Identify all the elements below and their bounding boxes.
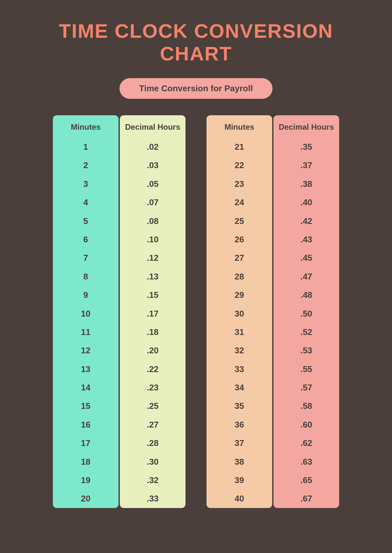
table-row: .23	[120, 378, 185, 397]
table-row: .60	[273, 415, 339, 434]
table-row: .17	[120, 304, 185, 323]
table-row: .40	[273, 193, 339, 211]
table-row: 33	[207, 360, 272, 378]
table-row: .45	[273, 249, 339, 267]
table-container: Minutes 1234567891011121314151617181920 …	[26, 115, 366, 508]
table-row: 15	[53, 397, 119, 415]
table-row: .65	[273, 471, 339, 489]
table-row: .43	[273, 230, 339, 249]
table-row: 24	[207, 193, 272, 211]
table-row: 22	[207, 156, 272, 174]
table-row: .03	[120, 156, 185, 174]
table-row: 28	[207, 267, 272, 286]
right-minutes-column: Minutes 21222324252627282930313233343536…	[207, 115, 272, 508]
table-row: .47	[273, 267, 339, 286]
table-row: 21	[207, 138, 272, 156]
table-row: 30	[207, 304, 272, 323]
table-row: 2	[53, 156, 119, 174]
table-row: .37	[273, 156, 339, 174]
page-title: TIME CLOCK CONVERSION CHART	[26, 20, 366, 65]
table-row: 23	[207, 175, 272, 193]
table-row: .35	[273, 138, 339, 156]
table-row: .50	[273, 304, 339, 323]
table-row: .07	[120, 193, 185, 211]
table-row: 19	[53, 471, 119, 489]
table-row: .02	[120, 138, 185, 156]
table-row: 37	[207, 434, 272, 452]
table-row: 13	[53, 360, 119, 378]
table-row: .05	[120, 175, 185, 193]
table-row: .22	[120, 360, 185, 378]
subtitle-pill: Time Conversion for Payroll	[120, 78, 272, 99]
right-decimal-header: Decimal Hours	[273, 115, 339, 138]
table-row: 17	[53, 434, 119, 452]
subtitle-text: Time Conversion for Payroll	[139, 83, 253, 93]
table-row: 8	[53, 267, 119, 286]
table-row: 10	[53, 304, 119, 323]
right-decimal-column: Decimal Hours .35.37.38.40.42.43.45.47.4…	[273, 115, 339, 508]
table-row: .12	[120, 249, 185, 267]
table-row: 7	[53, 249, 119, 267]
table-row: .55	[273, 360, 339, 378]
table-row: 39	[207, 471, 272, 489]
table-row: 40	[207, 489, 272, 508]
table-row: .20	[120, 341, 185, 360]
table-row: 16	[53, 415, 119, 434]
table-row: 26	[207, 230, 272, 249]
table-row: .18	[120, 323, 185, 341]
table-row: 9	[53, 286, 119, 304]
left-decimal-column: Decimal Hours .02.03.05.07.08.10.12.13.1…	[120, 115, 185, 508]
table-row: .48	[273, 286, 339, 304]
table-row: .53	[273, 341, 339, 360]
table-row: .62	[273, 434, 339, 452]
table-row: 5	[53, 212, 119, 230]
table-row: 12	[53, 341, 119, 360]
table-row: .25	[120, 397, 185, 415]
table-row: .10	[120, 230, 185, 249]
table-row: 29	[207, 286, 272, 304]
table-row: .38	[273, 175, 339, 193]
table-row: 36	[207, 415, 272, 434]
table-row: .28	[120, 434, 185, 452]
table-row: .67	[273, 489, 339, 508]
table-row: .57	[273, 378, 339, 397]
table-row: 20	[53, 489, 119, 508]
table-row: .52	[273, 323, 339, 341]
table-row: 18	[53, 453, 119, 471]
table-row: 1	[53, 138, 119, 156]
table-row: 27	[207, 249, 272, 267]
right-minutes-header: Minutes	[207, 115, 272, 138]
table-row: .42	[273, 212, 339, 230]
table-row: 35	[207, 397, 272, 415]
table-row: .08	[120, 212, 185, 230]
table-row: 32	[207, 341, 272, 360]
table-row: .33	[120, 489, 185, 508]
table-row: 31	[207, 323, 272, 341]
table-row: .63	[273, 453, 339, 471]
table-row: .30	[120, 453, 185, 471]
left-decimal-header: Decimal Hours	[120, 115, 185, 138]
table-row: 3	[53, 175, 119, 193]
table-row: 4	[53, 193, 119, 211]
table-row: .15	[120, 286, 185, 304]
table-row: .32	[120, 471, 185, 489]
table-row: .27	[120, 415, 185, 434]
table-row: .13	[120, 267, 185, 286]
right-table-section: Minutes 21222324252627282930313233343536…	[207, 115, 339, 508]
table-row: 14	[53, 378, 119, 397]
table-row: 34	[207, 378, 272, 397]
table-row: .58	[273, 397, 339, 415]
left-minutes-header: Minutes	[53, 115, 119, 138]
table-row: 25	[207, 212, 272, 230]
table-row: 6	[53, 230, 119, 249]
table-row: 11	[53, 323, 119, 341]
left-table-section: Minutes 1234567891011121314151617181920 …	[53, 115, 185, 508]
table-row: 38	[207, 453, 272, 471]
left-minutes-column: Minutes 1234567891011121314151617181920	[53, 115, 119, 508]
